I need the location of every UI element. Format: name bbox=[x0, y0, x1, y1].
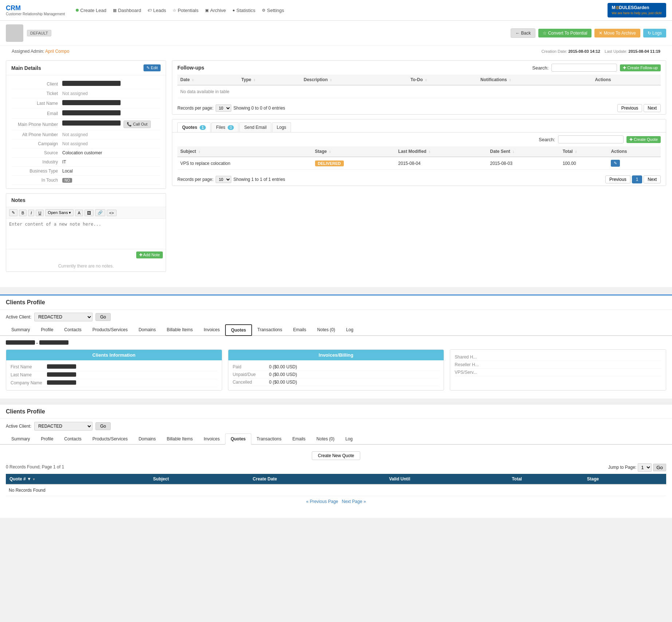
ptab-contacts-2[interactable]: Contacts bbox=[59, 433, 87, 445]
move-to-archive-button[interactable]: ✕ Move To Archive bbox=[594, 29, 640, 37]
field-label: Client bbox=[11, 82, 62, 87]
quotes-search-input[interactable] bbox=[558, 135, 624, 143]
nav-dashboard[interactable]: ▦ Dashboard bbox=[113, 8, 141, 13]
underline-btn[interactable]: U bbox=[36, 210, 44, 216]
col-actions: Actions bbox=[592, 75, 661, 85]
assigned-admin-link[interactable]: April Compo bbox=[45, 49, 69, 54]
col-quote-num[interactable]: Quote # ▼ bbox=[6, 474, 149, 484]
jump-page-select[interactable]: 1 bbox=[638, 463, 652, 472]
ptab-contacts-1[interactable]: Contacts bbox=[59, 324, 87, 336]
quote-stage: DELIVERED bbox=[312, 157, 396, 170]
create-followup-button[interactable]: ✚ Create Follow-up bbox=[620, 64, 661, 71]
ptab-emails-2[interactable]: Emails bbox=[287, 433, 311, 445]
profile-tabs-2: Summary Profile Contacts Products/Servic… bbox=[0, 433, 672, 445]
active-client-select-2[interactable]: REDACTED bbox=[34, 422, 93, 431]
ptab-products-2[interactable]: Products/Services bbox=[87, 433, 133, 445]
field-row: CampaignNot assigned bbox=[11, 139, 161, 148]
nav-leads[interactable]: 🏷 Leads bbox=[148, 8, 166, 13]
create-new-quote-button[interactable]: Create New Quote bbox=[312, 451, 360, 460]
per-page-select[interactable]: 102550 bbox=[216, 104, 231, 112]
quotes-next-button[interactable]: Next bbox=[644, 175, 661, 183]
pencil-icon[interactable]: ✎ bbox=[9, 209, 17, 216]
active-client-go-2[interactable]: Go bbox=[95, 422, 111, 430]
font-color-btn[interactable]: A bbox=[75, 210, 83, 216]
ptab-domains-2[interactable]: Domains bbox=[133, 433, 161, 445]
files-tab[interactable]: Files 0 bbox=[211, 122, 239, 132]
ptab-invoices-1[interactable]: Invoices bbox=[198, 324, 225, 336]
invoices-billing-body: Paid 0 ($0.00 USD) Unpaid/Due 0 ($0.00 U… bbox=[228, 360, 444, 389]
ptab-domains-1[interactable]: Domains bbox=[133, 324, 161, 336]
ptab-billable-1[interactable]: Billable Items bbox=[161, 324, 198, 336]
followup-title: Follow-ups bbox=[177, 65, 204, 71]
create-quote-button[interactable]: ✚ Create Quote bbox=[626, 136, 661, 143]
next-page-link[interactable]: Next Page » bbox=[342, 499, 366, 504]
nav-archive[interactable]: ▣ Archive bbox=[205, 8, 226, 13]
quote-actions[interactable]: ✎ bbox=[608, 157, 661, 170]
prev-page-link[interactable]: « Previous Page bbox=[306, 499, 338, 504]
ptab-log-1[interactable]: Log bbox=[341, 324, 359, 336]
followup-search-input[interactable] bbox=[551, 64, 617, 72]
field-row: Alt Phone NumberNot assigned bbox=[11, 130, 161, 139]
link-btn[interactable]: 🔗 bbox=[95, 209, 105, 216]
code-btn[interactable]: <> bbox=[107, 210, 117, 216]
col-description: Description ↕ bbox=[301, 75, 408, 85]
ptab-summary-2[interactable]: Summary bbox=[6, 433, 35, 445]
nav-create-lead[interactable]: Create Lead bbox=[76, 8, 106, 13]
ptab-profile-1[interactable]: Profile bbox=[35, 324, 59, 336]
image-btn[interactable]: 🖼 bbox=[85, 210, 94, 216]
third-info-card: Shared H... Reseller H... VPS/Serv... bbox=[450, 349, 666, 391]
followups-panel: Follow-ups Search: ✚ Create Follow-up Da… bbox=[172, 60, 666, 115]
clients-profile-1-title: Clients Profile bbox=[0, 296, 672, 310]
ptab-emails-1[interactable]: Emails bbox=[288, 324, 312, 336]
ptab-transactions-1[interactable]: Transactions bbox=[252, 324, 288, 336]
quotes-per-page-select[interactable]: 10 bbox=[216, 176, 231, 183]
quotes-tab[interactable]: Quotes 1 bbox=[177, 122, 211, 132]
quote-last-modified: 2015-08-04 bbox=[395, 157, 487, 170]
send-email-tab[interactable]: Send Email bbox=[239, 122, 271, 132]
table-row: VPS to replace colocation DELIVERED 2015… bbox=[177, 157, 661, 170]
nav-statistics[interactable]: ● Statistics bbox=[232, 8, 255, 13]
field-value: Not assigned bbox=[62, 141, 161, 146]
back-button[interactable]: ← Back bbox=[511, 28, 535, 38]
convert-to-potential-button[interactable]: ☆ Convert To Potential bbox=[538, 29, 592, 37]
active-client-go-1[interactable]: Go bbox=[95, 313, 111, 321]
prev-button[interactable]: Previous bbox=[617, 104, 642, 112]
crm-section: DEFAULT ← Back ☆ Convert To Potential ✕ … bbox=[0, 21, 672, 287]
ptab-products-1[interactable]: Products/Services bbox=[87, 324, 133, 336]
create-lead-dot bbox=[76, 9, 79, 12]
ptab-notes-1[interactable]: Notes (0) bbox=[312, 324, 341, 336]
field-label: Alt Phone Number bbox=[11, 132, 62, 137]
ptab-profile-2[interactable]: Profile bbox=[35, 433, 59, 445]
nav-settings[interactable]: ⚙ Settings bbox=[262, 8, 284, 13]
followup-header: Follow-ups Search: ✚ Create Follow-up bbox=[172, 61, 666, 75]
field-row: Client bbox=[11, 79, 161, 89]
jump-go-button[interactable]: Go bbox=[653, 464, 666, 471]
clients-info-header: Clients Information bbox=[6, 350, 222, 360]
call-out-button[interactable]: 📞 Call Out bbox=[123, 120, 151, 128]
notes-textarea[interactable] bbox=[6, 219, 166, 248]
ptab-invoices-2[interactable]: Invoices bbox=[198, 433, 225, 445]
ptab-transactions-2[interactable]: Transactions bbox=[251, 433, 287, 445]
ptab-log-2[interactable]: Log bbox=[340, 433, 358, 445]
add-note-button[interactable]: ✚ Add Note bbox=[136, 251, 163, 258]
ptab-billable-2[interactable]: Billable Items bbox=[161, 433, 198, 445]
active-client-select-1[interactable]: REDACTED bbox=[34, 313, 93, 321]
quotes-prev-button[interactable]: Previous bbox=[605, 175, 630, 183]
logs-tab[interactable]: Logs bbox=[272, 122, 291, 132]
main-details-panel: Main Details ✎ Edit ClientTicketNot assi… bbox=[6, 60, 166, 189]
bold-btn[interactable]: B bbox=[19, 210, 27, 216]
ptab-quotes-1[interactable]: Quotes bbox=[225, 324, 252, 336]
edit-quote-button[interactable]: ✎ bbox=[611, 160, 620, 167]
nav-potentials[interactable]: ☆ Potentials bbox=[173, 8, 199, 13]
ptab-quotes-2[interactable]: Quotes bbox=[225, 433, 251, 445]
quotes-tabs: Quotes 1 Files 0 Send Email Logs bbox=[172, 119, 666, 132]
invoices-billing-header: Invoices/Billing bbox=[228, 350, 444, 360]
logs-button[interactable]: ↻ Logs bbox=[643, 29, 666, 37]
quotes-page-1[interactable]: 1 bbox=[632, 175, 642, 183]
ptab-summary-1[interactable]: Summary bbox=[6, 324, 35, 336]
next-button[interactable]: Next bbox=[644, 104, 661, 112]
ptab-notes-2[interactable]: Notes (0) bbox=[311, 433, 340, 445]
edit-button[interactable]: ✎ Edit bbox=[144, 64, 161, 71]
font-dropdown[interactable]: Open Sans ▾ bbox=[45, 209, 74, 216]
italic-btn[interactable]: I bbox=[28, 210, 34, 216]
